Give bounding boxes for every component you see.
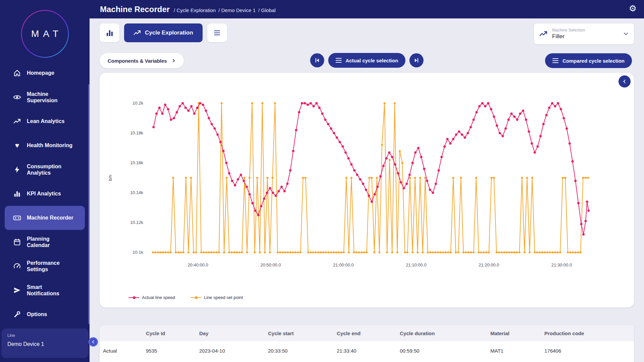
- svg-text:b/h: b/h: [108, 175, 113, 181]
- table-cell: MAT1: [490, 348, 544, 354]
- components-variables-label: Components & Variables: [108, 58, 167, 64]
- sidebar-item-label: Machine Recorder: [27, 215, 73, 221]
- table-header-cell: Cycle end: [337, 330, 400, 336]
- legend-item-setpoint: Line speed set point: [191, 295, 243, 300]
- main-content: Cycle Exploration Machine Selection Fill…: [90, 18, 644, 362]
- sidebar-item-machine-recorder[interactable]: Machine Recorder: [5, 206, 85, 230]
- sidebar-item-performance-settings[interactable]: Performance Settings: [5, 254, 85, 278]
- chart-legend: Actual line speed Line speed set point: [128, 295, 243, 300]
- sidebar-item-label: Consumption Analytics: [27, 163, 61, 176]
- bar-chart-view-button[interactable]: [100, 23, 119, 42]
- bar-chart-icon: [106, 29, 114, 37]
- sidebar-item-lean-analytics[interactable]: Lean Analytics: [5, 109, 85, 133]
- sidebar-item-label: Planning Calendar: [27, 236, 50, 248]
- legend-swatch-orange: [191, 297, 201, 298]
- breadcrumb: / Cycle Exploration / Demo Device 1 / Gl…: [174, 7, 276, 13]
- legend-label: Actual line speed: [142, 295, 175, 300]
- menu-icon: [214, 31, 220, 36]
- sidebar-item-health-monitoring[interactable]: ♥ Health Monitoring: [5, 133, 85, 158]
- sidebar-scrollbar[interactable]: [88, 84, 90, 324]
- svg-text:21:30:00.0: 21:30:00.0: [551, 262, 572, 267]
- bar-chart-icon: [13, 190, 21, 197]
- compared-cycle-selection-label: Compared cycle selection: [562, 58, 625, 64]
- trend-up-icon: [133, 29, 141, 37]
- legend-item-actual: Actual line speed: [128, 295, 175, 300]
- sidebar-nav: Homepage Machine Supervision Lean Analyt…: [0, 61, 90, 326]
- sidebar-item-label: Options: [27, 311, 47, 317]
- sidebar-collapse-button[interactable]: [89, 337, 98, 347]
- sidebar-item-label: Homepage: [27, 70, 54, 76]
- sidebar-item-options[interactable]: Options: [5, 302, 85, 326]
- cycle-chart-card: 10.1k10.12k10.14k10.16k10.18k10.2k20:40:…: [100, 73, 634, 307]
- table-header-cell: Production code: [544, 330, 634, 336]
- sidebar-item-label: Smart Notifications: [27, 284, 59, 297]
- line-label: Line: [7, 333, 83, 338]
- svg-text:10.1k: 10.1k: [132, 250, 143, 255]
- table-header-cell: Day: [199, 330, 268, 336]
- table-header-cell: Cycle duration: [400, 330, 490, 336]
- table-cell: 00:59:50: [400, 348, 490, 354]
- sidebar-item-kpi-analytics[interactable]: KPI Analytics: [5, 182, 85, 206]
- table-cell: 176406: [544, 348, 634, 354]
- sidebar-item-homepage[interactable]: Homepage: [5, 61, 85, 85]
- svg-text:10.18k: 10.18k: [130, 130, 144, 135]
- chevron-right-icon: [172, 59, 176, 63]
- sidebar-item-label: Lean Analytics: [27, 118, 64, 124]
- chevron-left-icon: [622, 79, 627, 84]
- app-logo[interactable]: MAT: [0, 10, 90, 58]
- lightning-bolt-icon: [13, 166, 21, 173]
- legend-swatch-pink: [128, 297, 139, 298]
- menu-view-button[interactable]: [207, 23, 227, 42]
- trend-up-icon: [13, 118, 21, 125]
- chart-panel-collapse-button[interactable]: [619, 75, 631, 87]
- line-selector-card[interactable]: Line Demo Device 1: [1, 328, 89, 358]
- svg-text:10.14k: 10.14k: [130, 190, 144, 195]
- sidebar-item-machine-supervision[interactable]: Machine Supervision: [5, 85, 85, 109]
- gauge-icon: [13, 262, 21, 270]
- menu-icon: [335, 58, 341, 63]
- sidebar-item-label: KPI Analytics: [27, 190, 61, 197]
- logo-text: MAT: [27, 28, 62, 39]
- svg-text:10.16k: 10.16k: [130, 160, 144, 165]
- recorder-icon: [13, 214, 21, 222]
- cycle-exploration-label: Cycle Exploration: [145, 29, 193, 36]
- trend-up-icon: [539, 30, 547, 38]
- breadcrumb-item: / Demo Device 1: [218, 7, 256, 13]
- wrench-icon: [13, 311, 21, 318]
- machine-selection-dropdown[interactable]: Machine Selection Filler: [534, 23, 634, 44]
- send-icon: [13, 287, 21, 294]
- compared-cycle-selection-button[interactable]: Compared cycle selection: [545, 53, 632, 68]
- sidebar-item-smart-notifications[interactable]: Smart Notifications: [5, 278, 85, 302]
- selection-toolbar: Components & Variables Actual cycle sele…: [100, 53, 634, 68]
- table-cell: 9535: [146, 348, 199, 354]
- menu-icon: [552, 58, 558, 63]
- machine-selection-value: Filler: [552, 33, 619, 40]
- previous-cycle-button[interactable]: [310, 53, 324, 67]
- sidebar-item-planning-calendar[interactable]: Planning Calendar: [5, 230, 85, 254]
- next-cycle-button[interactable]: [410, 53, 424, 67]
- home-icon: [13, 69, 21, 77]
- line-value: Demo Device 1: [7, 341, 83, 347]
- components-variables-button[interactable]: Components & Variables: [100, 53, 184, 68]
- skip-previous-icon: [314, 58, 320, 63]
- svg-text:21:20:00.0: 21:20:00.0: [479, 262, 499, 267]
- settings-gear-icon[interactable]: ⚙: [629, 4, 637, 13]
- actual-cycle-selection-button[interactable]: Actual cycle selection: [328, 53, 406, 68]
- heart-icon: ♥: [13, 141, 21, 149]
- machine-selection-label: Machine Selection: [552, 28, 619, 33]
- table-header-cell: Material: [490, 330, 544, 336]
- view-toolbar: Cycle Exploration Machine Selection Fill…: [100, 23, 634, 44]
- row-label: Actual: [103, 348, 146, 354]
- sidebar-item-consumption-analytics[interactable]: Consumption Analytics: [5, 158, 85, 182]
- table-row: Actual 9535 2023-04-10 20:33:50 21:33:40…: [100, 341, 634, 360]
- eye-icon: [13, 94, 21, 101]
- legend-label: Line speed set point: [204, 295, 243, 300]
- sidebar: MAT Homepage Machine Supervision Lean An…: [0, 0, 90, 362]
- sidebar-item-label: Machine Supervision: [27, 91, 58, 104]
- chevron-left-icon: [91, 340, 95, 344]
- chevron-down-icon: [623, 31, 629, 37]
- svg-text:10.2k: 10.2k: [132, 101, 143, 106]
- cycle-exploration-tab[interactable]: Cycle Exploration: [124, 23, 203, 42]
- cycle-table: Cycle Id Day Cycle start Cycle end Cycle…: [100, 325, 634, 362]
- sidebar-item-label: Health Monitoring: [27, 142, 72, 148]
